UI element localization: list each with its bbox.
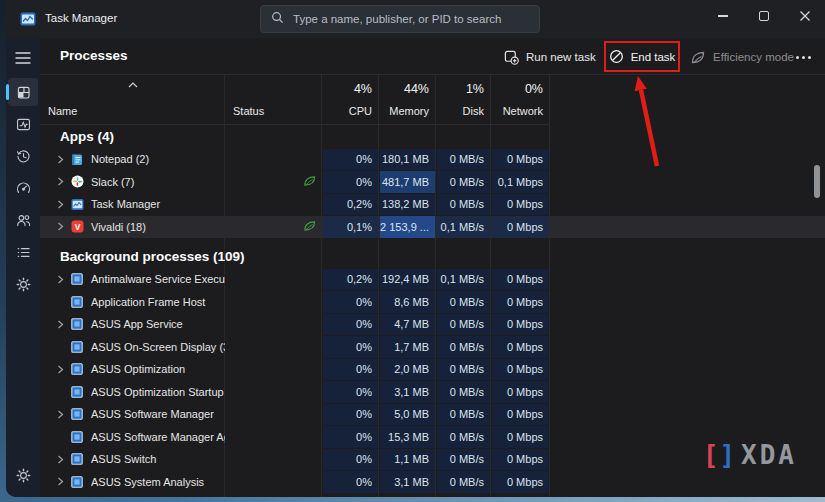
menu-icon bbox=[14, 51, 32, 65]
process-name-cell: ASUS Optimization bbox=[40, 358, 225, 381]
network-value: 0 Mbps bbox=[492, 359, 549, 381]
process-name: ASUS App Service bbox=[91, 318, 183, 330]
expand-chevron-icon[interactable] bbox=[54, 155, 66, 164]
sidebar-item-processes[interactable] bbox=[8, 78, 38, 106]
page-header: Processes Run new task End task Efficien… bbox=[40, 38, 825, 75]
process-status-cell bbox=[225, 471, 322, 494]
process-row[interactable]: ASUS Software Manager0%5,0 MB0 MB/s0 Mbp… bbox=[40, 403, 825, 426]
process-status-cell bbox=[225, 216, 322, 239]
group-header[interactable]: Background processes (109) bbox=[40, 244, 825, 268]
process-row[interactable]: ASUS App Service0%4,7 MB0 MB/s0 Mbps bbox=[40, 313, 825, 336]
scrollbar-thumb[interactable] bbox=[814, 165, 820, 198]
expand-chevron-icon[interactable] bbox=[54, 200, 66, 209]
process-row[interactable]: Application Frame Host0%8,6 MB0 MB/s0 Mb… bbox=[40, 291, 825, 314]
process-status-cell bbox=[225, 171, 322, 194]
end-task-button[interactable]: End task bbox=[604, 41, 680, 72]
sidebar-item-app-history[interactable] bbox=[8, 142, 38, 170]
expand-chevron-icon[interactable] bbox=[54, 477, 66, 486]
process-name-cell: Slack (7) bbox=[40, 171, 225, 194]
cpu-value: 0% bbox=[323, 471, 378, 493]
expand-chevron-icon[interactable] bbox=[54, 365, 66, 374]
expand-chevron-icon[interactable] bbox=[54, 275, 66, 284]
navigation-menu-button[interactable] bbox=[8, 46, 38, 70]
efficiency-mode-button[interactable]: Efficiency mode bbox=[690, 47, 794, 67]
end-task-label: End task bbox=[631, 51, 676, 63]
memory-value: 481,7 MB bbox=[380, 171, 435, 193]
sidebar-item-performance[interactable] bbox=[8, 110, 38, 138]
cpu-value: 0% bbox=[323, 426, 378, 448]
process-name: Task Manager bbox=[91, 198, 160, 210]
memory-value: 138,2 MB bbox=[380, 194, 435, 216]
row-filler bbox=[550, 336, 825, 359]
run-new-task-button[interactable]: Run new task bbox=[504, 47, 596, 67]
settings-icon bbox=[15, 467, 32, 484]
sidebar-item-startup-apps[interactable] bbox=[8, 174, 38, 202]
cpu-value: 0% bbox=[323, 291, 378, 313]
cpu-value: 0,2% bbox=[323, 269, 378, 291]
process-icon bbox=[71, 408, 84, 421]
cpu-total-usage: 4% bbox=[354, 82, 372, 96]
process-row[interactable]: ASUS Optimization Startup Task0%3,1 MB0 … bbox=[40, 381, 825, 404]
column-header-network[interactable]: 0% Network bbox=[491, 75, 550, 124]
search-input[interactable] bbox=[293, 13, 529, 25]
cpu-value: 0% bbox=[323, 449, 378, 471]
process-status-cell bbox=[225, 148, 322, 171]
process-icon bbox=[71, 385, 84, 398]
maximize-button[interactable] bbox=[743, 0, 784, 32]
process-row[interactable]: Notepad (2)0%180,1 MB0 MB/s0 Mbps bbox=[40, 148, 825, 171]
close-button[interactable] bbox=[784, 0, 825, 32]
process-row[interactable]: ASUS Optimization0%2,0 MB0 MB/s0 Mbps bbox=[40, 358, 825, 381]
sidebar-item-details[interactable] bbox=[8, 238, 38, 266]
watermark-text: XDA bbox=[741, 440, 797, 470]
cpu-value: 0% bbox=[323, 314, 378, 336]
expand-chevron-icon[interactable] bbox=[54, 455, 66, 464]
memory-value: 192,4 MB bbox=[380, 269, 435, 291]
process-row[interactable]: VVivaldi (18)0,1%2 153,9 ...0,1 MB/s0 Mb… bbox=[40, 216, 825, 239]
process-row[interactable]: Antimalware Service Executable0,2%192,4 … bbox=[40, 268, 825, 291]
disk-value: 0,1 MB/s bbox=[437, 269, 490, 291]
new-task-icon bbox=[504, 50, 519, 65]
disk-value: 0,1 MB/s bbox=[437, 216, 490, 238]
column-header-disk[interactable]: 1% Disk bbox=[436, 75, 491, 124]
process-row[interactable]: Task Manager0,2%138,2 MB0 MB/s0 Mbps bbox=[40, 193, 825, 216]
expand-chevron-icon[interactable] bbox=[54, 177, 66, 186]
task-manager-icon bbox=[71, 198, 84, 211]
disk-value: 0 MB/s bbox=[437, 381, 490, 403]
minimize-button[interactable] bbox=[702, 0, 743, 32]
expand-chevron-icon[interactable] bbox=[54, 222, 66, 231]
process-name: ASUS Software Manager Agent bbox=[91, 431, 225, 443]
row-filler bbox=[550, 171, 825, 194]
column-header-name[interactable]: Name bbox=[40, 75, 225, 124]
column-header-cpu[interactable]: 4% CPU bbox=[322, 75, 379, 124]
process-name-cell: ASUS Optimization Startup Task bbox=[40, 381, 225, 404]
expand-chevron-icon[interactable] bbox=[54, 410, 66, 419]
process-name: ASUS Optimization Startup Task bbox=[91, 386, 225, 398]
sidebar-item-users[interactable] bbox=[8, 206, 38, 234]
more-options-button[interactable] bbox=[792, 47, 815, 67]
watermark-bracket-right: ] bbox=[719, 440, 736, 470]
column-header-memory[interactable]: 44% Memory bbox=[379, 75, 436, 124]
process-row[interactable]: Slack (7)0%481,7 MB0 MB/s0,1 Mbps bbox=[40, 171, 825, 194]
sidebar-item-services[interactable] bbox=[8, 270, 38, 298]
network-value: 0 Mbps bbox=[492, 216, 549, 238]
sidebar-item-settings[interactable] bbox=[8, 461, 38, 489]
group-header[interactable]: Apps (4) bbox=[40, 125, 825, 148]
window-title: Task Manager bbox=[45, 12, 117, 24]
network-value: 0 Mbps bbox=[492, 149, 549, 171]
column-header-status[interactable]: Status bbox=[225, 75, 322, 124]
disk-value: 0 MB/s bbox=[437, 426, 490, 448]
process-name-cell: ASUS Switch bbox=[40, 448, 225, 471]
process-row[interactable]: ASUS On-Screen Display (32 b...0%1,7 MB0… bbox=[40, 336, 825, 359]
search-box[interactable] bbox=[260, 5, 540, 33]
process-status-cell bbox=[225, 291, 322, 314]
expand-chevron-icon[interactable] bbox=[54, 320, 66, 329]
process-name-cell: ASUS App Service bbox=[40, 313, 225, 336]
process-icon bbox=[71, 273, 84, 286]
process-name: ASUS System Analysis bbox=[91, 476, 204, 488]
network-value: 0 Mbps bbox=[492, 449, 549, 471]
cpu-value: 0% bbox=[323, 359, 378, 381]
details-icon bbox=[15, 244, 32, 261]
process-name: ASUS Software Manager bbox=[91, 408, 214, 420]
group-title: Apps (4) bbox=[60, 129, 114, 144]
process-row[interactable]: ASUS System Analysis0%3,1 MB0 MB/s0 Mbps bbox=[40, 471, 825, 494]
